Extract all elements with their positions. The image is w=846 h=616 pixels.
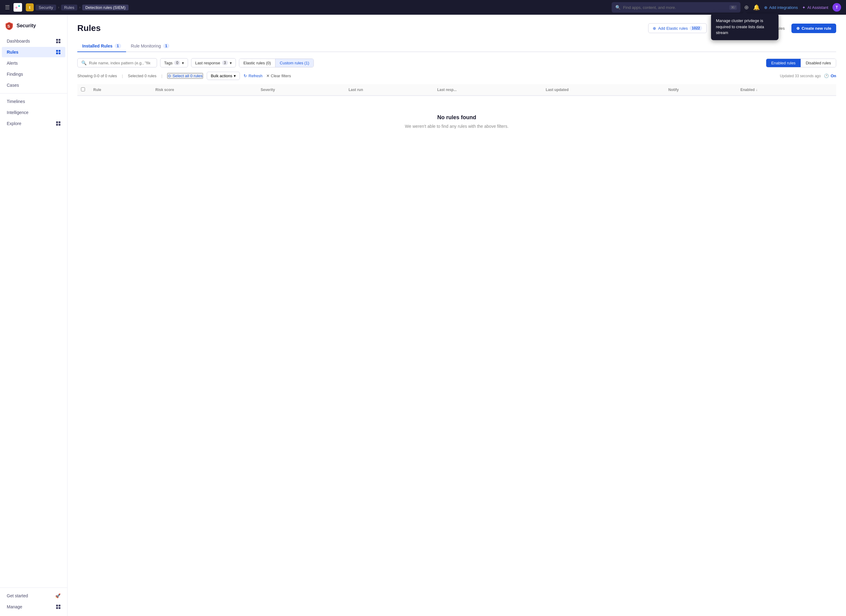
header-notify: Notify xyxy=(665,84,737,95)
clock-icon: 🕐 xyxy=(824,73,829,78)
header-severity: Severity xyxy=(257,84,345,95)
notifications-icon[interactable]: 🔔 xyxy=(753,4,760,11)
sidebar-item-findings[interactable]: Findings xyxy=(2,69,65,79)
global-search: 🔍 ⌘/ xyxy=(612,2,740,13)
enabled-rules-button[interactable]: Enabled rules xyxy=(766,59,801,67)
header-risk-score: Risk score xyxy=(152,84,257,95)
header-enabled[interactable]: Enabled ↓ xyxy=(737,84,836,95)
sidebar-item-manage[interactable]: Manage xyxy=(2,601,65,612)
sidebar: S Security Dashboards Rules Alerts Findi… xyxy=(0,15,68,616)
breadcrumb-sep-2: › xyxy=(79,5,80,9)
top-nav: ☰ e t Security › Rules › Detection rules… xyxy=(0,0,846,15)
bulk-actions-button[interactable]: Bulk actions ▾ xyxy=(207,72,240,80)
breadcrumb-rules[interactable]: Rules xyxy=(61,4,77,10)
elastic-count-badge: 1022 xyxy=(690,26,702,31)
selected-text: Selected 0 rules xyxy=(128,73,156,78)
hamburger-button[interactable]: ☰ xyxy=(5,4,10,11)
sidebar-item-get-started[interactable]: Get started 🚀 xyxy=(2,591,65,601)
sidebar-dashboards-label: Dashboards xyxy=(7,39,30,44)
chevron-down-icon-2: ▾ xyxy=(230,61,232,65)
empty-state-row: No rules found We weren't able to find a… xyxy=(77,95,836,147)
table-header: Rule Risk score Severity Last run Last r… xyxy=(77,84,836,95)
sidebar-item-timelines[interactable]: Timelines xyxy=(2,96,65,107)
plus-circle-icon: ⊕ xyxy=(796,26,800,31)
toolbar-row: Showing 0-0 of 0 rules | Selected 0 rule… xyxy=(77,72,836,80)
app-layout: S Security Dashboards Rules Alerts Findi… xyxy=(0,15,846,616)
sidebar-alerts-label: Alerts xyxy=(7,61,18,66)
refresh-button[interactable]: ↻ Refresh xyxy=(244,73,263,78)
global-search-input[interactable] xyxy=(623,5,727,10)
user-avatar[interactable]: T xyxy=(833,3,841,12)
search-icon-filter: 🔍 xyxy=(81,60,87,65)
empty-desc: We weren't able to find any rules with t… xyxy=(84,124,830,129)
select-icon: ⊙ xyxy=(168,73,171,78)
tooltip-popup: Manage cluster privilege is required to … xyxy=(711,13,778,40)
rule-search-input[interactable] xyxy=(89,61,150,65)
tab-rule-monitoring[interactable]: Rule Monitoring 1 xyxy=(126,40,175,52)
grid-icon-explore xyxy=(56,121,60,126)
sidebar-cases-label: Cases xyxy=(7,83,19,88)
add-circle-icon: ⊕ xyxy=(653,26,656,31)
header-last-resp: Last resp... xyxy=(433,84,542,95)
chevron-down-icon-3: ▾ xyxy=(234,73,236,78)
search-kbd: ⌘/ xyxy=(730,5,737,10)
sidebar-intelligence-label: Intelligence xyxy=(7,110,28,115)
elastic-logo: e xyxy=(13,3,22,12)
plus-icon: ⊕ xyxy=(764,5,768,10)
tenant-badge: t xyxy=(26,3,34,11)
sidebar-item-intelligence[interactable]: Intelligence xyxy=(2,107,65,118)
breadcrumb-detection-rules[interactable]: Detection rules (SIEM) xyxy=(82,4,128,10)
elastic-rules-filter-button[interactable]: Elastic rules (0) xyxy=(239,59,276,67)
create-new-rule-button[interactable]: ⊕ Create new rule xyxy=(792,23,836,33)
close-icon: ✕ xyxy=(266,73,270,78)
tab-installed-rules[interactable]: Installed Rules 1 xyxy=(77,40,126,52)
header-checkbox-cell xyxy=(77,84,90,95)
showing-text: Showing 0-0 of 0 rules xyxy=(77,73,117,78)
table-body: No rules found We weren't able to find a… xyxy=(77,95,836,147)
disabled-rules-button[interactable]: Disabled rules xyxy=(801,59,836,67)
custom-rules-filter-button[interactable]: Custom rules (1) xyxy=(275,59,313,67)
sidebar-title: Security xyxy=(16,23,36,28)
last-response-filter-button[interactable]: Last response 3 ▾ xyxy=(191,58,235,67)
separator-2: | xyxy=(161,73,162,78)
help-icon[interactable]: ⊕ xyxy=(744,4,749,11)
add-integrations-button[interactable]: ⊕ Add integrations xyxy=(764,5,798,10)
refresh-icon: ↻ xyxy=(244,73,247,78)
rule-search-wrap: 🔍 xyxy=(77,58,157,67)
sidebar-timelines-label: Timelines xyxy=(7,99,25,104)
svg-point-2 xyxy=(18,5,20,7)
select-all-button[interactable]: ⊙ Select all 0 rules xyxy=(167,73,203,79)
sidebar-get-started-label: Get started xyxy=(7,593,28,598)
last-response-count: 3 xyxy=(222,60,228,65)
breadcrumb-security[interactable]: Security xyxy=(35,4,56,10)
on-toggle-button[interactable]: 🕐 On xyxy=(824,73,836,78)
sidebar-spacer xyxy=(0,129,67,585)
sidebar-divider-1 xyxy=(0,93,67,94)
rocket-icon: 🚀 xyxy=(55,593,60,598)
tabs: Installed Rules 1 Rule Monitoring 1 xyxy=(77,40,836,52)
header-last-run: Last run xyxy=(345,84,433,95)
rules-table: Rule Risk score Severity Last run Last r… xyxy=(77,84,836,147)
toolbar-right: Updated 33 seconds ago 🕐 On xyxy=(780,73,837,78)
empty-state: No rules found We weren't able to find a… xyxy=(77,96,836,147)
chevron-down-icon: ▾ xyxy=(182,61,184,65)
sidebar-item-dashboards[interactable]: Dashboards xyxy=(2,36,65,46)
main-content: Rules ⊕ Add Elastic rules 1022 ⬇ Import … xyxy=(68,15,846,616)
svg-text:S: S xyxy=(7,24,10,28)
sidebar-findings-label: Findings xyxy=(7,72,23,76)
sidebar-item-rules[interactable]: Rules xyxy=(2,47,65,57)
add-elastic-rules-button[interactable]: ⊕ Add Elastic rules 1022 xyxy=(648,23,707,33)
ai-icon: ✦ xyxy=(802,5,805,10)
sidebar-item-alerts[interactable]: Alerts xyxy=(2,58,65,68)
clear-filters-button[interactable]: ✕ Clear filters xyxy=(266,73,291,78)
sidebar-item-cases[interactable]: Cases xyxy=(2,80,65,90)
select-all-checkbox[interactable] xyxy=(81,87,85,91)
sidebar-item-explore[interactable]: Explore xyxy=(2,118,65,129)
search-icon: 🔍 xyxy=(615,5,621,10)
ai-assistant-button[interactable]: ✦ AI Assistant xyxy=(802,5,828,10)
page-title: Rules xyxy=(77,23,101,33)
sidebar-manage-label: Manage xyxy=(7,604,22,609)
header-rule: Rule xyxy=(90,84,152,95)
tags-filter-button[interactable]: Tags 0 ▾ xyxy=(160,58,188,67)
tags-count: 0 xyxy=(174,60,180,65)
